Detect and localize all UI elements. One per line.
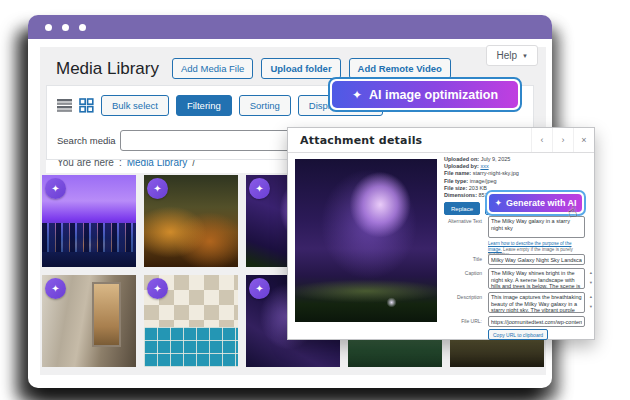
file-url-label: File URL: — [348, 318, 482, 324]
window-titlebar — [28, 15, 552, 39]
page-canvas: Media Library Add Media File Upload fold… — [0, 0, 630, 400]
meta-line: File type: image/jpeg — [444, 178, 589, 185]
title-input[interactable] — [488, 254, 585, 265]
window-control-dot[interactable] — [45, 24, 52, 31]
title-label: Title — [348, 256, 482, 262]
window-control-dot[interactable] — [79, 24, 86, 31]
caption-label: Caption — [348, 270, 482, 276]
alt-text-label: Alternative Text — [348, 218, 482, 224]
add-remote-video-button[interactable]: Add Remote Video — [349, 58, 451, 79]
modal-header: Attachment details ‹ › × — [288, 128, 594, 153]
file-url-input[interactable] — [488, 316, 585, 327]
window-control-dot[interactable] — [62, 24, 69, 31]
help-label: Help — [496, 50, 517, 61]
next-attachment-button[interactable]: › — [552, 128, 573, 152]
modal-nav: ‹ › × — [531, 128, 594, 152]
meta-line: File name: starry-night-sky.jpg — [444, 170, 589, 177]
search-row: Search media — [57, 130, 303, 151]
ai-badge-icon: ✦ — [147, 178, 168, 199]
previous-attachment-button[interactable]: ‹ — [531, 128, 552, 152]
grid-view-icon[interactable] — [79, 98, 94, 113]
close-modal-button[interactable]: × — [573, 128, 594, 152]
ai-badge-icon: ✦ — [147, 278, 168, 299]
meta-line: Uploaded on: July 9, 2025 — [444, 156, 589, 163]
upload-folder-button[interactable]: Upload folder — [261, 58, 340, 79]
caption-input[interactable] — [488, 268, 585, 289]
page-title: Media Library — [56, 59, 159, 79]
bulk-select-button[interactable]: Bulk select — [101, 95, 169, 116]
search-label: Search media — [57, 135, 116, 146]
media-item-construction[interactable]: ✦ — [42, 275, 136, 367]
filtering-button[interactable]: Filtering — [176, 95, 232, 116]
sparkle-icon: ✦ — [352, 89, 362, 101]
ai-badge-icon: ✦ — [249, 178, 270, 199]
ai-badge-icon: ✦ — [249, 278, 270, 299]
ai-badge-icon: ✦ — [45, 278, 66, 299]
ai-button-label: AI image optimization — [369, 88, 498, 102]
attachment-details-modal: Attachment details ‹ › × Uploaded on: Ju… — [287, 127, 595, 340]
sparkle-icon: ✦ — [494, 199, 502, 208]
media-item-drinks[interactable]: ✦ — [144, 175, 238, 267]
list-view-icon[interactable] — [57, 99, 72, 112]
ai-image-optimization-button[interactable]: ✦ AI image optimization — [328, 77, 522, 112]
replace-button[interactable]: Replace — [444, 202, 480, 215]
description-input[interactable] — [488, 292, 585, 313]
search-input[interactable] — [120, 130, 303, 151]
help-button[interactable]: Help ▼ — [486, 45, 538, 66]
media-item-tiles[interactable]: ✦ — [144, 275, 238, 367]
media-item-city-skyline[interactable]: ✦ — [42, 175, 136, 267]
ai-image-optimization-button-inner[interactable]: ✦ AI image optimization — [332, 81, 518, 108]
modal-title: Attachment details — [288, 134, 422, 147]
copy-url-button[interactable]: Copy URL to clipboard — [488, 329, 548, 340]
sorting-button[interactable]: Sorting — [239, 95, 291, 116]
caret-down-icon: ▼ — [522, 53, 528, 59]
add-media-file-button[interactable]: Add Media File — [172, 58, 253, 79]
meta-line: Uploaded by: xxx — [444, 163, 589, 170]
page-header: Media Library Add Media File Upload fold… — [56, 58, 451, 79]
description-label: Description — [348, 294, 482, 300]
ai-badge-icon: ✦ — [45, 178, 66, 199]
